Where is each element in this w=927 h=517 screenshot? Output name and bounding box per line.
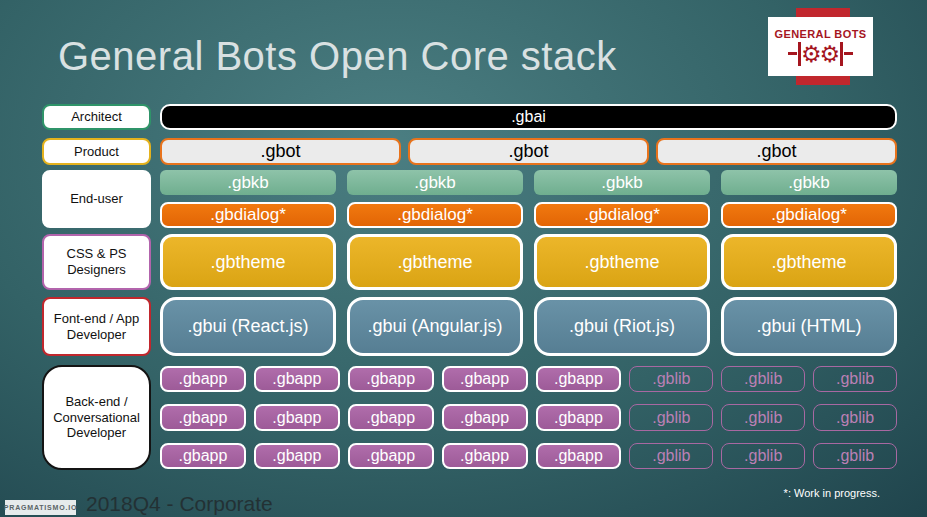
gbapp-box: .gbapp	[160, 366, 246, 392]
gbot-box: .gbot	[656, 138, 897, 165]
gbkb-box: .gbkb	[534, 170, 710, 195]
gbkb-box: .gbkb	[347, 170, 523, 195]
gears-icon: ⚙ ⚙	[788, 42, 853, 66]
gbtheme-box: .gbtheme	[160, 234, 336, 290]
gbdialog-box: .gbdialog*	[534, 202, 710, 228]
row-gbot: .gbot .gbot .gbot	[160, 138, 897, 165]
gbdialog-box: .gbdialog*	[347, 202, 523, 228]
row-gbui: .gbui (React.js) .gbui (Angular.js) .gbu…	[160, 297, 897, 356]
gblib-box: .gblib	[629, 366, 713, 392]
work-in-progress-note: *: Work in progress.	[784, 487, 880, 499]
gblib-box: .gblib	[813, 443, 897, 469]
gbkb-box: .gbkb	[721, 170, 897, 195]
gbapp-box: .gbapp	[348, 443, 434, 469]
label-css-ps-designers: CSS & PS Designers	[42, 234, 151, 290]
pragmatismo-logo: PRAGMATISMO.IO	[5, 500, 76, 515]
gear-icon: ⚙	[820, 43, 841, 65]
gbkb-box: .gbkb	[160, 170, 336, 195]
gblib-box: .gblib	[721, 443, 805, 469]
gbapp-box: .gbapp	[348, 366, 434, 392]
gbdialog-box: .gbdialog*	[721, 202, 897, 228]
gbapp-box: .gbapp	[254, 366, 340, 392]
row-gbapp-2: .gbapp .gbapp .gbapp .gbapp .gbapp .gbli…	[160, 404, 897, 431]
gblib-box: .gblib	[721, 404, 805, 431]
label-architect: Architect	[42, 104, 151, 130]
gbapp-box: .gbapp	[536, 366, 622, 392]
gblib-box: .gblib	[813, 366, 897, 392]
footer-caption: 2018Q4 - Corporate	[86, 492, 273, 516]
logo-brand-text: GENERAL BOTS	[775, 28, 867, 40]
gbapp-box: .gbapp	[442, 404, 528, 431]
label-backend-conversational-developer: Back-end / Conversational Developer	[42, 365, 151, 470]
gbtheme-box: .gbtheme	[347, 234, 523, 290]
gblib-box: .gblib	[629, 443, 713, 469]
label-frontend-app-developer: Font-end / App Developer	[42, 297, 151, 356]
row-gbdialog: .gbdialog* .gbdialog* .gbdialog* .gbdial…	[160, 202, 897, 228]
gbapp-box: .gbapp	[536, 404, 622, 431]
slide-canvas: General Bots Open Core stack GENERAL BOT…	[0, 0, 927, 517]
gbdialog-box: .gbdialog*	[160, 202, 336, 228]
gbapp-box: .gbapp	[348, 404, 434, 431]
gblib-box: .gblib	[629, 404, 713, 431]
general-bots-logo: GENERAL BOTS ⚙ ⚙	[768, 17, 873, 76]
page-title: General Bots Open Core stack	[58, 34, 617, 79]
row-gbapp-3: .gbapp .gbapp .gbapp .gbapp .gbapp .gbli…	[160, 443, 897, 469]
gear-icon: ⚙	[801, 43, 822, 65]
row-gbtheme: .gbtheme .gbtheme .gbtheme .gbtheme	[160, 234, 897, 290]
gbai-box: .gbai	[160, 104, 897, 130]
label-product: Product	[42, 138, 151, 165]
gblib-box: .gblib	[721, 366, 805, 392]
gbapp-box: .gbapp	[442, 443, 528, 469]
gear-bar-right	[840, 42, 843, 66]
gear-line-right	[844, 52, 853, 55]
gbapp-box: .gbapp	[160, 443, 246, 469]
label-end-user: End-user	[42, 170, 151, 228]
gbot-box: .gbot	[160, 138, 401, 165]
gbapp-box: .gbapp	[160, 404, 246, 431]
gblib-box: .gblib	[813, 404, 897, 431]
gbapp-box: .gbapp	[442, 366, 528, 392]
gbui-riot-box: .gbui (Riot.js)	[534, 297, 710, 356]
row-gbapp-1: .gbapp .gbapp .gbapp .gbapp .gbapp .gbli…	[160, 366, 897, 392]
row-gbai: .gbai	[160, 104, 897, 130]
gbtheme-box: .gbtheme	[721, 234, 897, 290]
gbapp-box: .gbapp	[254, 443, 340, 469]
gear-line-left	[788, 52, 797, 55]
gbui-react-box: .gbui (React.js)	[160, 297, 336, 356]
gbapp-box: .gbapp	[536, 443, 622, 469]
gbtheme-box: .gbtheme	[534, 234, 710, 290]
gbui-html-box: .gbui (HTML)	[721, 297, 897, 356]
row-gbkb: .gbkb .gbkb .gbkb .gbkb	[160, 170, 897, 195]
gbapp-box: .gbapp	[254, 404, 340, 431]
gbot-box: .gbot	[408, 138, 649, 165]
gbui-angular-box: .gbui (Angular.js)	[347, 297, 523, 356]
